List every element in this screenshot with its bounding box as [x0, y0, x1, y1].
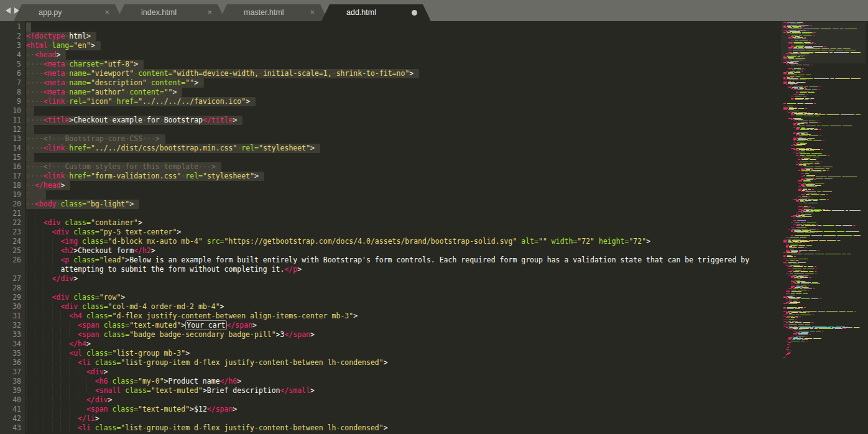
code-line[interactable]: 38<h6 class="my-0">Product name</h6>	[0, 377, 868, 386]
code-line[interactable]: 39<small class="text-muted">Brief descri…	[0, 386, 868, 395]
code-line-text: <span class="badge badge-secondary badge…	[25, 330, 315, 339]
code-line[interactable]: 3<html·lang="en">	[0, 41, 868, 50]
code-line-text: <li class="list-group-item d-flex justif…	[25, 358, 388, 367]
line-number: 2	[0, 32, 25, 41]
code-line[interactable]: 35<ul class="list-group mb-3">	[0, 349, 868, 358]
tab-add-html[interactable]: add.html	[321, 4, 431, 21]
code-line-text	[25, 209, 44, 218]
line-number: 16	[0, 162, 25, 172]
code-line-text: ··<body·class="bg-light">	[25, 200, 139, 209]
line-number: 40	[0, 395, 25, 405]
line-number: 35	[0, 349, 25, 358]
editor[interactable]: 12<!doctype·html>3<html·lang="en">4··<he…	[0, 21, 868, 434]
code-line[interactable]: 25<h2>Checkout form</h2>	[0, 246, 868, 256]
minimap[interactable]	[781, 22, 866, 363]
code-line-text	[25, 125, 34, 134]
code-line[interactable]: 27</div>	[0, 274, 868, 284]
tab-app-py[interactable]: app.py×	[14, 4, 123, 21]
code-line[interactable]: 32<span class="text-muted">Your cart</sp…	[0, 321, 868, 330]
code-line[interactable]: attempting to submit the form without co…	[0, 265, 868, 274]
code-line[interactable]: 18··</head>	[0, 181, 868, 190]
line-number: 32	[0, 321, 25, 330]
code-line[interactable]: 19	[0, 190, 868, 200]
code-line[interactable]: 10	[0, 106, 868, 116]
line-number: 15	[0, 153, 25, 162]
line-number: 29	[0, 293, 25, 302]
line-number: 37	[0, 367, 25, 377]
code-line[interactable]: 8····<meta·name="author"·content="">	[0, 88, 868, 97]
code-line[interactable]: 40</div>	[0, 395, 868, 405]
code-line[interactable]: 36<li class="list-group-item d-flex just…	[0, 358, 868, 367]
tab-nav-arrows	[6, 7, 19, 14]
code-line-text: <!doctype·html>	[25, 32, 96, 41]
line-number: 6	[0, 69, 25, 78]
code-line[interactable]: 22<div class="container">	[0, 218, 868, 228]
code-line-text: ····<meta·name="viewport"·content="width…	[25, 69, 419, 78]
code-line-text: <html·lang="en">	[25, 41, 101, 50]
code-line[interactable]: 24<img class="d-block mx-auto mb-4" src=…	[0, 237, 868, 246]
code-line[interactable]: 42</li>	[0, 414, 868, 423]
back-arrow-icon[interactable]	[6, 7, 11, 14]
code-line[interactable]: 16····<!--·Custom·styles·for·this·templa…	[0, 162, 868, 172]
code-line-text: ····<!--·Bootstrap·core·CSS·-->	[25, 134, 165, 144]
code-line[interactable]: 5····<meta·charset="utf-8">	[0, 60, 868, 69]
code-line[interactable]: 9····<link·rel="icon"·href="../../../../…	[0, 97, 868, 106]
line-number: 27	[0, 274, 25, 284]
code-line[interactable]: 41<span class="text-muted">$12</span>	[0, 405, 868, 414]
code-line-text: attempting to submit the form without co…	[25, 265, 302, 274]
code-line[interactable]: 4··<head>	[0, 50, 868, 60]
line-number: 22	[0, 218, 25, 228]
line-number: 34	[0, 339, 25, 349]
code-line[interactable]: 20··<body·class="bg-light">	[0, 200, 868, 209]
tab-index-html[interactable]: index.html×	[116, 4, 226, 21]
code-line-text: </div>	[25, 395, 112, 405]
line-number: 39	[0, 386, 25, 395]
code-line[interactable]: 14····<link·href="../../dist/css/bootstr…	[0, 144, 868, 153]
code-line[interactable]: 43<li class="list-group-item d-flex just…	[0, 423, 868, 433]
code-line-text	[25, 153, 34, 162]
code-line[interactable]: 15	[0, 153, 868, 162]
line-number: 18	[0, 181, 25, 190]
code-line[interactable]: 12	[0, 125, 868, 134]
code-line[interactable]: 37<div>	[0, 367, 868, 377]
code-line[interactable]: 17····<link·href="form-validation.css"·r…	[0, 172, 868, 181]
tab-close-icon[interactable]: ×	[207, 4, 212, 21]
code-line[interactable]: 28	[0, 284, 868, 293]
code-line[interactable]: 2<!doctype·html>	[0, 32, 868, 41]
code-line[interactable]: 26<p class="lead">Below is an example fo…	[0, 256, 868, 265]
sublime-window: app.py×index.html×master.html×add.html 1…	[0, 0, 868, 434]
code-line[interactable]: 30<div class="col-md-4 order-md-2 mb-4">	[0, 302, 868, 312]
code-line[interactable]: 7····<meta·name="description"·content=""…	[0, 78, 868, 88]
line-number: 10	[0, 106, 25, 116]
tab-label: master.html	[244, 4, 284, 21]
line-number: 12	[0, 125, 25, 134]
code-line-text	[25, 284, 52, 293]
tab-close-icon[interactable]: ×	[104, 4, 109, 21]
line-number: 13	[0, 134, 25, 144]
code-line[interactable]: 13····<!--·Bootstrap·core·CSS·-->	[0, 134, 868, 144]
code-line-text	[25, 190, 46, 200]
code-line[interactable]: 11····<title>Checkout·example·for·Bootst…	[0, 116, 868, 125]
code-line[interactable]: 21	[0, 209, 868, 218]
line-number: 33	[0, 330, 25, 339]
line-number: 20	[0, 200, 25, 209]
line-number: 43	[0, 423, 25, 433]
line-number	[0, 265, 25, 274]
tab-master-html[interactable]: master.html×	[219, 4, 328, 21]
code-line[interactable]: 29<div class="row">	[0, 293, 868, 302]
line-number: 21	[0, 209, 25, 218]
code-line[interactable]: 6····<meta·name="viewport"·content="widt…	[0, 69, 868, 78]
line-number: 11	[0, 116, 25, 125]
code-line-text: <div class="container">	[25, 218, 142, 228]
code-area[interactable]: 12<!doctype·html>3<html·lang="en">4··<he…	[0, 22, 868, 433]
code-line-text: ····<title>Checkout·example·for·Bootstra…	[25, 116, 242, 125]
code-line-text: <img class="d-block mx-auto mb-4" src="h…	[25, 237, 650, 246]
code-line[interactable]: 31<h4 class="d-flex justify-content-betw…	[0, 312, 868, 321]
tab-close-icon[interactable]: ×	[310, 4, 315, 21]
code-line[interactable]: 1	[0, 22, 868, 32]
code-line[interactable]: 34</h4>	[0, 339, 868, 349]
code-line-text: ··<head>	[25, 50, 66, 60]
code-line[interactable]: 23<div class="py-5 text-center">	[0, 228, 868, 237]
code-line-text: </li>	[25, 414, 99, 423]
code-line[interactable]: 33<span class="badge badge-secondary bad…	[0, 330, 868, 339]
